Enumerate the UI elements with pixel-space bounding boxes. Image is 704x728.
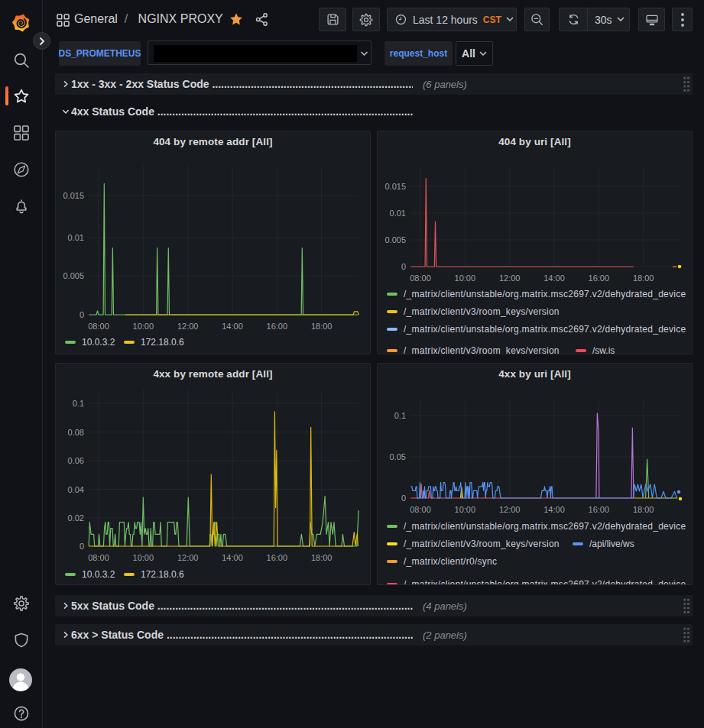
svg-text:0.1: 0.1 <box>394 411 406 420</box>
svg-text:0.005: 0.005 <box>63 271 84 280</box>
svg-text:10:00: 10:00 <box>133 322 154 331</box>
svg-text:16:00: 16:00 <box>267 553 288 562</box>
svg-text:12:00: 12:00 <box>177 553 199 562</box>
svg-text:18:00: 18:00 <box>633 505 654 514</box>
svg-text:08:00: 08:00 <box>410 505 431 514</box>
svg-text:0: 0 <box>79 542 84 551</box>
svg-text:14:00: 14:00 <box>543 505 565 514</box>
svg-text:08:00: 08:00 <box>88 322 109 331</box>
svg-text:08:00: 08:00 <box>88 553 109 562</box>
svg-text:0.015: 0.015 <box>63 191 84 200</box>
svg-text:0.08: 0.08 <box>68 428 84 437</box>
svg-text:12:00: 12:00 <box>499 505 521 514</box>
svg-text:14:00: 14:00 <box>543 273 565 283</box>
svg-text:0: 0 <box>401 262 406 271</box>
svg-text:18:00: 18:00 <box>633 273 654 283</box>
svg-text:0.06: 0.06 <box>68 456 84 465</box>
svg-text:16:00: 16:00 <box>589 505 610 514</box>
svg-text:16:00: 16:00 <box>589 273 610 283</box>
svg-text:0: 0 <box>79 310 84 319</box>
svg-text:12:00: 12:00 <box>499 273 521 283</box>
svg-text:0.01: 0.01 <box>390 209 406 218</box>
svg-text:0: 0 <box>401 493 406 503</box>
svg-text:18:00: 18:00 <box>311 322 333 331</box>
svg-text:0.005: 0.005 <box>384 235 406 244</box>
svg-text:08:00: 08:00 <box>410 273 431 283</box>
svg-text:0.04: 0.04 <box>68 485 84 494</box>
svg-text:10:00: 10:00 <box>133 553 154 562</box>
svg-text:14:00: 14:00 <box>222 322 243 331</box>
svg-text:0.1: 0.1 <box>73 399 84 408</box>
svg-text:0.01: 0.01 <box>68 233 84 242</box>
svg-text:0.05: 0.05 <box>390 452 406 461</box>
svg-text:0.015: 0.015 <box>384 182 406 191</box>
svg-text:10:00: 10:00 <box>455 505 476 514</box>
svg-text:18:00: 18:00 <box>311 553 333 562</box>
svg-text:10:00: 10:00 <box>455 273 476 283</box>
svg-text:0.02: 0.02 <box>68 513 84 523</box>
svg-text:12:00: 12:00 <box>177 322 199 331</box>
svg-text:14:00: 14:00 <box>222 553 243 562</box>
svg-text:16:00: 16:00 <box>267 322 288 331</box>
